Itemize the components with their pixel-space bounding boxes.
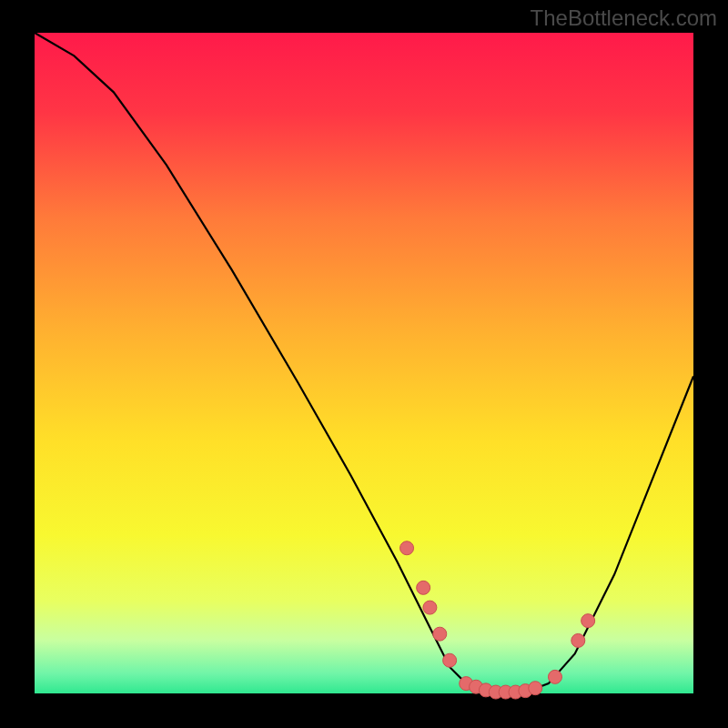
data-point — [400, 541, 414, 555]
data-point — [443, 653, 457, 667]
data-point — [571, 633, 585, 647]
data-point — [548, 670, 561, 683]
chart-container: TheBottleneck.com — [0, 0, 728, 728]
watermark-text: TheBottleneck.com — [531, 5, 717, 31]
data-point — [433, 627, 447, 641]
data-point — [423, 601, 437, 614]
data-point — [529, 682, 542, 695]
data-point — [417, 581, 430, 594]
data-point — [581, 614, 595, 628]
plot-area — [35, 33, 693, 693]
bottleneck-curve-chart — [0, 0, 728, 728]
